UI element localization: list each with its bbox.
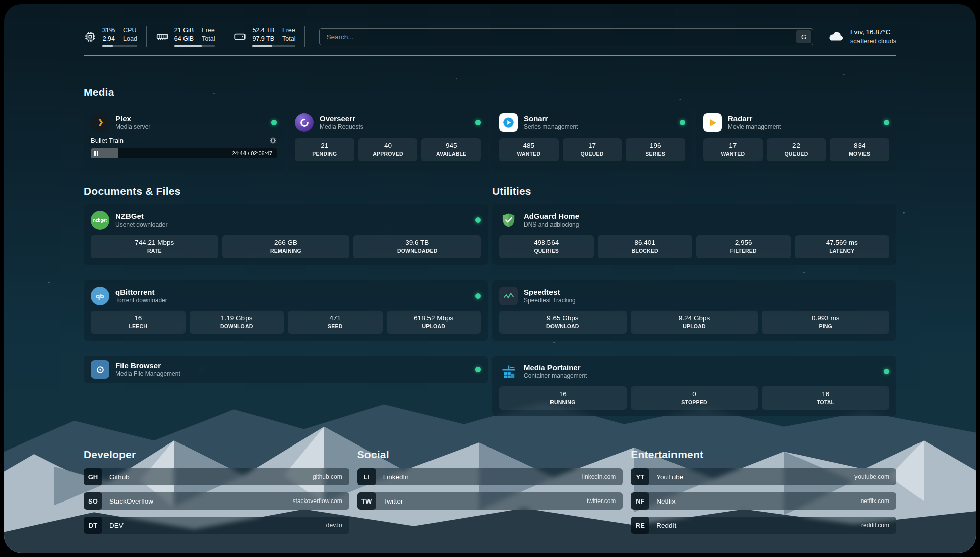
- disk-widget: 52.4 TB 97.9 TB Free Total: [233, 26, 305, 48]
- cpu-percent-value: 31%: [102, 26, 115, 35]
- app-name: File Browser: [115, 361, 180, 371]
- app-card-plex[interactable]: Plex Media server Bullet Train: [84, 105, 284, 171]
- status-dot: [884, 120, 889, 125]
- netflix-tag-icon: NF: [631, 492, 649, 510]
- link-stackoverflow[interactable]: SO StackOverflow stackoverflow.com: [84, 492, 349, 510]
- section-utilities: Utilities: [492, 185, 896, 416]
- app-subtitle: Container management: [524, 372, 587, 380]
- search-input[interactable]: [321, 33, 796, 41]
- stat-latency: 47.569 ms LATENCY: [795, 235, 890, 258]
- app-subtitle: Speedtest Tracking: [524, 297, 576, 305]
- overseerr-icon: [295, 113, 314, 132]
- section-documents-files: Documents & Files nzbget NZBGet Usenet d…: [84, 185, 488, 416]
- stat-downloaded: 39.6 TB DOWNLOADED: [353, 235, 481, 258]
- stat-running: 16 RUNNING: [499, 386, 627, 410]
- app-card-overseerr[interactable]: Overseerr Media Requests 21 PENDING 40 A…: [288, 105, 488, 171]
- link-linkedin[interactable]: LI LinkedIn linkedin.com: [357, 468, 623, 485]
- plex-icon: [91, 113, 109, 132]
- disk-total-value: 97.9 TB: [252, 35, 274, 43]
- playback-time: 24:44 / 02:06:47: [232, 150, 272, 156]
- stat-available: 945 AVAILABLE: [421, 138, 481, 161]
- header-divider: [84, 55, 896, 56]
- stat-movies: 834 MOVIES: [830, 138, 889, 161]
- app-name: Speedtest: [524, 287, 576, 297]
- app-card-sonarr[interactable]: Sonarr Series management 485 WANTED 17 Q…: [492, 105, 692, 171]
- stat-upload: 9.24 Gbps UPLOAD: [631, 311, 758, 334]
- portainer-icon: [499, 362, 518, 381]
- memory-widget: 21 GiB 64 GiB Free Total: [156, 26, 225, 48]
- app-subtitle: Series management: [524, 123, 578, 131]
- app-card-portainer[interactable]: Media Portainer Container management 16 …: [492, 356, 896, 416]
- app-subtitle: Media Requests: [320, 123, 363, 131]
- speedtest-icon: [499, 287, 518, 305]
- stat-upload: 618.52 Mbps UPLOAD: [387, 311, 481, 334]
- app-subtitle: DNS and adblocking: [524, 221, 579, 229]
- memory-icon: [156, 30, 169, 43]
- qbittorrent-icon: qb: [91, 287, 109, 305]
- playback-progress-bar[interactable]: 24:44 / 02:06:47: [91, 148, 277, 158]
- adguard-shield-icon: [499, 211, 518, 230]
- app-card-radarr[interactable]: Radarr Movie management 17 WANTED 22 QUE…: [696, 105, 896, 171]
- stat-pending: 21 PENDING: [295, 138, 354, 161]
- app-card-nzbget[interactable]: nzbget NZBGet Usenet downloader 744.21 M…: [84, 204, 488, 265]
- memory-total-value: 64 GiB: [174, 35, 194, 43]
- stat-queries: 498,564 QUERIES: [499, 235, 594, 258]
- stat-download: 9.65 Gbps DOWNLOAD: [499, 311, 627, 334]
- stat-ping: 0.993 ms PING: [762, 311, 889, 334]
- link-netflix[interactable]: NF Netflix netflix.com: [631, 492, 896, 510]
- link-youtube[interactable]: YT YouTube youtube.com: [631, 468, 896, 485]
- app-subtitle: Usenet downloader: [115, 221, 167, 229]
- stat-queued: 17 QUEUED: [563, 138, 622, 161]
- section-media: Media Plex Media server: [84, 86, 896, 171]
- pause-icon[interactable]: [94, 151, 98, 156]
- dashboard-window: 31% 2.94 CPU Load: [4, 4, 976, 553]
- link-dev-to[interactable]: DT DEV dev.to: [84, 517, 349, 534]
- search-bar[interactable]: G: [319, 28, 813, 45]
- status-dot: [475, 120, 481, 125]
- app-card-filebrowser[interactable]: File Browser Media File Management: [84, 356, 488, 383]
- section-title-utilities: Utilities: [492, 185, 896, 197]
- section-entertainment: Entertainment YT YouTube youtube.com NF …: [631, 449, 896, 534]
- linkedin-tag-icon: LI: [357, 468, 376, 485]
- status-dot: [271, 120, 277, 125]
- filebrowser-icon: [91, 360, 109, 379]
- settings-gear-icon[interactable]: [269, 137, 277, 144]
- cpu-load-value: 2.94: [103, 35, 115, 43]
- disk-usage-bar: [252, 45, 295, 47]
- weather-widget: Lviv, 16.87°C scattered clouds: [827, 28, 896, 46]
- sonarr-icon: [499, 113, 518, 132]
- cpu-label: CPU: [123, 26, 137, 35]
- github-tag-icon: GH: [84, 468, 102, 485]
- weather-location: Lviv, 16.87°C: [850, 28, 896, 37]
- app-card-qbittorrent[interactable]: qb qBittorrent Torrent downloader 16: [84, 280, 488, 341]
- cloud-icon: [827, 30, 844, 43]
- stat-queued: 22 QUEUED: [767, 138, 826, 161]
- app-name: Media Portainer: [524, 363, 587, 373]
- app-name: NZBGet: [115, 211, 167, 221]
- stat-total: 16 TOTAL: [762, 386, 889, 410]
- search-engine-button[interactable]: G: [796, 30, 811, 43]
- status-dot: [680, 120, 685, 125]
- app-name: Overseerr: [320, 114, 363, 124]
- weather-condition: scattered clouds: [850, 37, 896, 46]
- app-subtitle: Media server: [115, 123, 150, 131]
- status-dot: [884, 369, 889, 374]
- app-name: Radarr: [728, 114, 781, 124]
- stat-blocked: 86,401 BLOCKED: [598, 235, 693, 258]
- disk-free-value: 52.4 TB: [252, 26, 274, 35]
- status-dot: [475, 293, 481, 299]
- youtube-tag-icon: YT: [631, 468, 649, 485]
- disk-total-label: Total: [282, 35, 295, 43]
- app-card-adguard[interactable]: AdGuard Home DNS and adblocking 498,564 …: [492, 204, 896, 265]
- nzbget-icon: nzbget: [91, 211, 109, 230]
- link-reddit[interactable]: RE Reddit reddit.com: [631, 517, 896, 534]
- radarr-icon: [703, 113, 722, 132]
- app-subtitle: Movie management: [728, 123, 781, 131]
- app-card-speedtest[interactable]: Speedtest Speedtest Tracking 9.65 Gbps D…: [492, 280, 896, 341]
- link-github[interactable]: GH Github github.com: [84, 468, 349, 485]
- link-twitter[interactable]: TW Twitter twitter.com: [357, 492, 623, 510]
- section-title-documents: Documents & Files: [84, 185, 488, 197]
- twitter-tag-icon: TW: [357, 492, 376, 510]
- section-social: Social LI LinkedIn linkedin.com TW Twitt…: [357, 449, 623, 510]
- stat-stopped: 0 STOPPED: [631, 386, 758, 410]
